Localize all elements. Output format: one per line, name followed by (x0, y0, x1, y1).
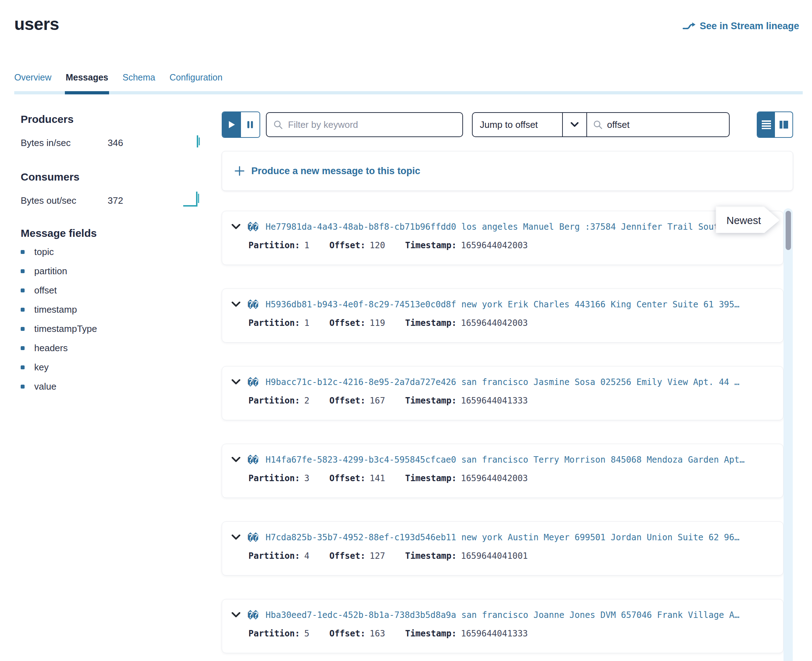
message-meta-line: Partition:3 Offset:141 Timestamp:1659644… (231, 473, 772, 483)
expand-chevron-icon[interactable] (231, 302, 240, 307)
bytes-in-value: 346 (108, 137, 123, 148)
lineage-link-label: See in Stream lineage (700, 21, 799, 32)
producers-stat-row: Bytes in/sec 346 (21, 135, 202, 151)
newest-tooltip-label: Newest (726, 215, 761, 227)
partition-label: Partition: (248, 396, 300, 406)
expand-chevron-icon[interactable] (231, 379, 240, 385)
jump-select-chevron-button[interactable] (562, 113, 586, 136)
offset-search-input[interactable]: offset (586, 113, 729, 136)
message-row[interactable]: �� H9bacc71c-b12c-4216-8e95-2a7da727e426… (222, 366, 783, 420)
field-bullet-icon (21, 346, 25, 350)
message-fields-heading: Message fields (21, 227, 202, 239)
produce-message-button[interactable]: Produce a new message to this topic (222, 151, 793, 191)
field-item-timestampType[interactable]: timestampType (21, 319, 202, 338)
field-item-timestamp[interactable]: timestamp (21, 300, 202, 319)
partition-value: 1 (304, 318, 309, 328)
tab-schema[interactable]: Schema (123, 72, 155, 83)
key-badge-glyphs: �� (248, 610, 258, 620)
consumers-heading: Consumers (21, 171, 202, 183)
lineage-arrow-icon (682, 21, 695, 31)
bytes-out-label: Bytes out/sec (21, 195, 108, 206)
expand-chevron-icon[interactable] (231, 457, 240, 463)
timestamp-value: 1659644042003 (461, 318, 528, 328)
message-meta-line: Partition:5 Offset:163 Timestamp:1659644… (231, 629, 772, 639)
offset-label: Offset: (329, 318, 365, 328)
field-item-value[interactable]: value (21, 377, 202, 396)
field-item-topic[interactable]: topic (21, 242, 202, 262)
tab-bar: Overview Messages Schema Configuration (14, 72, 223, 83)
field-item-key[interactable]: key (21, 358, 202, 377)
producers-heading: Producers (21, 113, 202, 125)
partition-value: 3 (304, 473, 309, 483)
expand-chevron-icon[interactable] (231, 224, 240, 230)
tab-messages[interactable]: Messages (66, 72, 108, 83)
partition-label: Partition: (248, 318, 300, 328)
messages-toolbar: Filter by keyword Jump to offset offset (222, 111, 793, 138)
field-item-partition[interactable]: partition (21, 262, 202, 281)
message-row[interactable]: �� H5936db81-b943-4e0f-8c29-74513e0c0d8f… (222, 289, 783, 343)
key-badge-glyphs: �� (248, 222, 258, 232)
offset-value: 120 (370, 240, 385, 251)
message-row[interactable]: �� He77981da-4a43-48ab-b8f8-cb71b96ffdd0… (222, 211, 783, 265)
message-key-line: �� He77981da-4a43-48ab-b8f8-cb71b96ffdd0… (231, 221, 772, 233)
offset-label: Offset: (329, 629, 365, 639)
message-key-text: H9bacc71c-b12c-4216-8e95-2a7da727e426 sa… (266, 377, 739, 387)
column-view-icon (779, 120, 788, 129)
jump-to-offset-select[interactable]: Jump to offset (472, 113, 562, 136)
play-button[interactable] (223, 112, 241, 137)
tab-configuration[interactable]: Configuration (169, 72, 223, 83)
message-row[interactable]: �� H14fa67fe-5823-4299-b3c4-595845cfcae0… (222, 444, 783, 498)
message-meta-line: Partition:1 Offset:120 Timestamp:1659644… (231, 240, 772, 251)
play-icon (228, 120, 235, 129)
bytes-out-sparkline (183, 189, 202, 209)
produce-message-label: Produce a new message to this topic (251, 166, 420, 177)
search-icon (593, 120, 603, 129)
timestamp-label: Timestamp: (405, 396, 456, 406)
message-meta-line: Partition:4 Offset:127 Timestamp:1659644… (231, 551, 772, 561)
offset-search-value: offset (607, 119, 629, 130)
message-list: �� He77981da-4a43-48ab-b8f8-cb71b96ffdd0… (222, 211, 783, 653)
tab-overview[interactable]: Overview (14, 72, 51, 83)
message-key-line: �� H14fa67fe-5823-4299-b3c4-595845cfcae0… (231, 454, 772, 465)
message-row[interactable]: �� H7cda825b-35b7-4952-88ef-c193d546eb11… (222, 521, 783, 576)
timestamp-label: Timestamp: (405, 629, 456, 639)
partition-label: Partition: (248, 629, 300, 639)
expand-chevron-icon[interactable] (231, 612, 240, 618)
field-bullet-icon (21, 385, 25, 388)
list-view-button[interactable] (758, 112, 775, 137)
message-list-scrollbar[interactable] (783, 208, 793, 661)
partition-value: 5 (304, 629, 309, 639)
offset-label: Offset: (329, 473, 365, 483)
timestamp-value: 1659644042003 (461, 473, 528, 483)
tab-underline (14, 91, 803, 94)
offset-label: Offset: (329, 240, 365, 251)
field-item-offset[interactable]: offset (21, 281, 202, 300)
expand-chevron-icon[interactable] (231, 535, 240, 540)
partition-label: Partition: (248, 473, 300, 483)
field-bullet-icon (21, 327, 25, 331)
timestamp-value: 1659644041333 (461, 396, 528, 406)
field-bullet-icon (21, 269, 25, 273)
chevron-down-icon (570, 122, 579, 127)
sidebar: Producers Bytes in/sec 346 Consumers Byt… (21, 113, 202, 396)
message-row[interactable]: �� Hba30eed7-1edc-452b-8b1a-738d3b5d8a9a… (222, 599, 783, 653)
field-bullet-icon (21, 308, 25, 311)
message-key-line: �� H9bacc71c-b12c-4216-8e95-2a7da727e426… (231, 377, 772, 388)
key-badge-glyphs: �� (248, 300, 258, 310)
partition-value: 2 (304, 396, 309, 406)
list-view-icon (761, 120, 771, 129)
pause-button[interactable] (241, 112, 259, 137)
stream-lineage-link[interactable]: See in Stream lineage (682, 21, 799, 32)
page-title: users (14, 14, 59, 34)
field-item-headers[interactable]: headers (21, 338, 202, 358)
message-key-text: H5936db81-b943-4e0f-8c29-74513e0c0d8f ne… (266, 300, 739, 310)
consumers-stat-row: Bytes out/sec 372 (21, 192, 202, 209)
partition-label: Partition: (248, 240, 300, 251)
timestamp-label: Timestamp: (405, 318, 456, 328)
column-view-button[interactable] (775, 112, 793, 137)
jump-offset-control: Jump to offset offset (472, 112, 730, 137)
scrollbar-thumb[interactable] (786, 211, 791, 250)
filter-keyword-input[interactable]: Filter by keyword (266, 112, 463, 137)
message-key-line: �� H7cda825b-35b7-4952-88ef-c193d546eb11… (231, 532, 772, 543)
key-badge-glyphs: �� (248, 377, 258, 388)
